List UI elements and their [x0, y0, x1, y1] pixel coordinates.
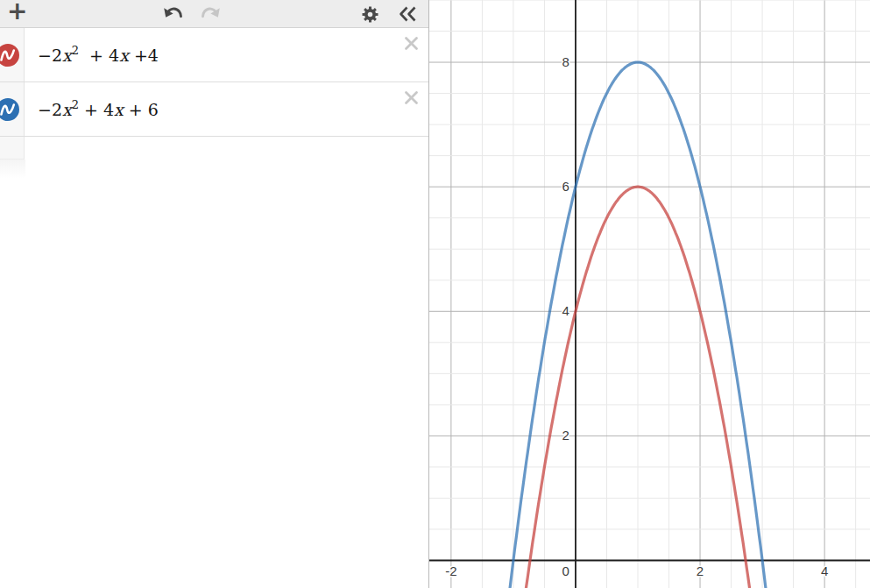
hide-curve-toggle-blue[interactable] [0, 98, 19, 121]
curve--2x^2+4x+4[interactable] [429, 187, 870, 588]
expression-list: −2x2 + 4x +4 [0, 28, 428, 179]
desmos-app: + [0, 0, 870, 588]
toolbar-right-group [360, 4, 420, 27]
close-icon [404, 40, 419, 53]
expression-input-1[interactable]: −2x2 + 4x +4 [25, 28, 428, 81]
expression-gutter-1[interactable] [0, 28, 25, 81]
expression-row-2: −2x2 + 4x + 6 [0, 82, 428, 137]
axis-tick-label: -2 [445, 563, 456, 578]
undo-arrow-icon [163, 5, 184, 24]
redo-button[interactable] [198, 4, 223, 25]
curve--2x^2+4x+6[interactable] [429, 62, 870, 588]
expression-toolbar: + [0, 0, 428, 28]
axis-tick-label: 4 [562, 303, 569, 318]
expression-row-1: −2x2 + 4x +4 [0, 28, 428, 82]
delete-expression-1-button[interactable] [404, 36, 419, 51]
axis-tick-label: 4 [821, 563, 828, 578]
redo-arrow-icon [200, 5, 221, 24]
expression-input-2[interactable]: −2x2 + 4x + 6 [25, 82, 428, 136]
expression-panel: + [0, 0, 429, 588]
graph-canvas[interactable]: -22424680 [429, 0, 870, 588]
delete-expression-2-button[interactable] [404, 90, 419, 105]
gear-icon [362, 6, 378, 25]
curve-icon [0, 44, 19, 67]
expression-latex: −2x2 + 4x +4 [38, 45, 159, 65]
graph-settings-button[interactable] [360, 4, 380, 27]
axis-tick-label: 6 [562, 179, 569, 194]
expression-latex: −2x2 + 4x + 6 [38, 99, 159, 119]
axis-tick-label: 0 [562, 563, 569, 578]
expression-gutter-ghost [0, 137, 25, 159]
undo-button[interactable] [161, 4, 186, 25]
curve-icon [0, 98, 19, 121]
hide-curve-toggle-red[interactable] [0, 44, 19, 67]
gutter-fade [0, 159, 25, 179]
graph-region: -22424680 [429, 0, 870, 588]
close-icon [404, 95, 419, 108]
axis-tick-label: 2 [562, 428, 569, 443]
axis-tick-label: 8 [562, 54, 569, 69]
add-expression-button[interactable]: + [5, 0, 29, 25]
expression-gutter-2[interactable] [0, 82, 25, 136]
new-expression-row[interactable] [0, 137, 428, 159]
double-chevron-left-icon [398, 5, 418, 25]
axis-tick-label: 2 [697, 563, 704, 578]
collapse-panel-button[interactable] [396, 4, 420, 27]
undo-redo-group [161, 4, 223, 25]
